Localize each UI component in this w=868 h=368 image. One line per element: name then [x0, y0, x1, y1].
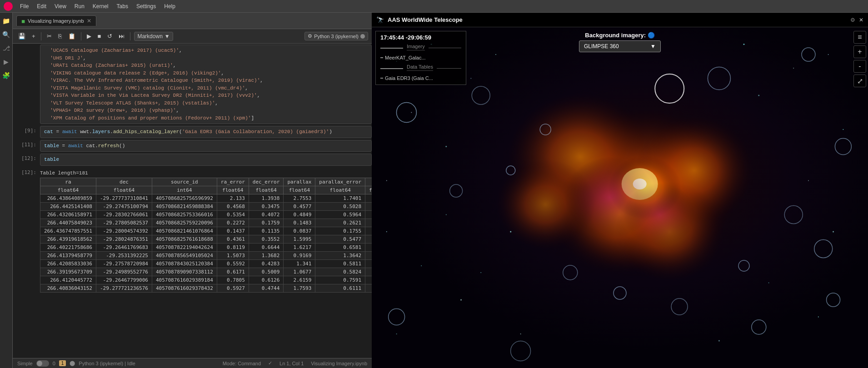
sidebar-git-icon[interactable]: ⎇	[2, 44, 11, 53]
bg-info-icon: 🔵	[648, 32, 655, 39]
table-row: 266.39195673709-29.249895527764057087890…	[40, 268, 372, 276]
wwt-fullscreen-button[interactable]: ⤢	[853, 75, 866, 87]
table-cell: 3.838	[365, 194, 372, 202]
toolbar: 💾 + ✂ ⎘ 📋 ▶ ■ ↺ ⏭ Markdown ▼ ⚙ Python 3 …	[13, 29, 372, 44]
wwt-header: 🔭 AAS WorldWide Telescope ⚙ ✕	[372, 13, 868, 27]
notebook-tab[interactable]: ◼ Visualizing Imagery.ipynb ✕	[16, 15, 96, 26]
menu-run[interactable]: Run	[71, 2, 88, 10]
table-cell: 2.443	[365, 210, 372, 219]
menu-view[interactable]: View	[51, 2, 70, 10]
col-source-id: source_id	[152, 178, 217, 186]
run-button[interactable]: ▶	[85, 32, 93, 40]
wwt-zoom-out-button[interactable]: -	[853, 60, 866, 73]
dtype-pm: float64	[365, 186, 372, 194]
toolbar-separator-2	[81, 32, 81, 40]
table-cell: -29.26467799006	[96, 276, 152, 284]
sidebar-extensions-icon[interactable]: 🧩	[2, 71, 11, 80]
table-cell: -29.27805082537	[96, 219, 152, 227]
menu-file[interactable]: File	[16, 2, 32, 10]
table-cell: 0.4849	[284, 210, 315, 219]
cell-11: [11]: table = await cat.refresh()	[13, 139, 372, 153]
notebook-content[interactable]: 'UCAC5 Catalogue (Zacharias+ 2017) (ucac…	[13, 44, 372, 358]
check-icon: ✓	[268, 360, 272, 366]
wwt-menu-button[interactable]: ≡	[853, 31, 866, 44]
svg-point-29	[768, 283, 769, 283]
dtype-source-id: int64	[152, 186, 217, 194]
paste-button[interactable]: 📋	[66, 32, 77, 40]
sidebar-search-icon[interactable]: 🔍	[2, 30, 11, 39]
table-row: 266.40221758686-29.264617696834057087822…	[40, 243, 372, 251]
status-right: Mode: Command ✓ Ln 1, Col 1 Visualizing …	[223, 360, 367, 366]
table-cell: -29.28024876351	[96, 235, 152, 243]
simple-toggle[interactable]	[36, 360, 49, 367]
fast-forward-button[interactable]: ⏭	[117, 32, 126, 40]
sidebar-run-icon[interactable]: ▶	[2, 57, 11, 66]
table-cell: 1.5995	[284, 235, 315, 243]
table-cell: 0.4744	[249, 284, 284, 292]
table-row: 266.44075849023-29.278050825374057086825…	[40, 219, 372, 227]
code-cell-12: table	[40, 154, 372, 166]
table-cell: 1.341	[284, 259, 315, 268]
kernel-label: Python 3 (ipykernel) | Idle	[79, 361, 135, 366]
notebook-tab-label: Visualizing Imagery.ipynb	[28, 18, 84, 24]
code-cell-catalog: 'UCAC5 Catalogue (Zacharias+ 2017) (ucac…	[40, 45, 372, 124]
sidebar-folder-icon[interactable]: 📁	[2, 16, 11, 25]
file-label: Visualizing Imagery.ipynb	[311, 361, 367, 366]
table-cell: 0.992	[365, 259, 372, 268]
menu-kernel[interactable]: Kernel	[89, 2, 112, 10]
table-cell: 1.5073	[217, 251, 249, 259]
wwt-close-button[interactable]: ✕	[859, 17, 863, 23]
copy-button[interactable]: ⎘	[56, 32, 64, 40]
table-cell: 0.0837	[284, 227, 315, 235]
table-cell: 2.253	[365, 276, 372, 284]
wwt-logo-icon: 🔭	[376, 16, 384, 24]
wwt-settings-icon[interactable]: ⚙	[850, 17, 855, 23]
table-cell: 1.3642	[315, 251, 365, 259]
cell-type-select[interactable]: Markdown ▼	[134, 32, 173, 41]
bg-select-value: GLIMPSE 360	[584, 43, 619, 50]
cell-content-catalog: 'UCAC5 Catalogue (Zacharias+ 2017) (ucac…	[40, 45, 372, 124]
table-row: 266.40836043152-29.277721236576405708761…	[40, 284, 372, 292]
cut-button[interactable]: ✂	[45, 32, 54, 40]
table-cell: 1.7401	[315, 194, 365, 202]
table-cell: 0.1135	[249, 227, 284, 235]
menu-edit[interactable]: Edit	[33, 2, 50, 10]
menu-help[interactable]: Help	[160, 2, 179, 10]
bg-label-text: Background imagery:	[585, 32, 646, 39]
data-tables-line	[437, 68, 461, 69]
table-cell: 6.645	[365, 235, 372, 243]
table-cell: 0.6644	[249, 243, 284, 251]
table-cell: 4057086821461076864	[152, 227, 217, 235]
stop-button[interactable]: ■	[96, 32, 103, 40]
table-cell: 0.4568	[217, 202, 249, 210]
catalog-line-1: 'UCAC5 Catalogue (Zacharias+ 2017) (ucac…	[44, 47, 368, 55]
svg-point-19	[460, 299, 462, 301]
dtype-parallax-error: float64	[315, 186, 365, 194]
catalog-line-10: 'XPM Catalog of positions and proper mot…	[44, 114, 368, 122]
imagery-separator	[380, 48, 403, 49]
cell-content-12-output: Table length=181 ra dec source_id ra_err…	[40, 168, 372, 294]
table-cell: 1.3938	[249, 194, 284, 202]
catalog-line-4: 'VIKING catalogue data release 2 (Edge+,…	[44, 70, 368, 77]
wwt-panel: 🔭 AAS WorldWide Telescope ⚙ ✕	[372, 13, 868, 368]
col-parallax: parallax	[284, 178, 315, 186]
svg-point-35	[446, 214, 447, 215]
svg-point-11	[623, 183, 696, 247]
bg-select-dropdown[interactable]: GLIMPSE 360 ▼	[579, 40, 661, 52]
menu-tabs[interactable]: Tabs	[113, 2, 132, 10]
table-cell: 0.1483	[284, 219, 315, 227]
svg-point-16	[445, 146, 447, 147]
menu-settings[interactable]: Settings	[133, 2, 160, 10]
col-dec-error: dec_error	[249, 178, 284, 186]
table-wrapper[interactable]: ra dec source_id ra_error dec_error para…	[40, 178, 372, 293]
restart-button[interactable]: ↺	[105, 32, 114, 40]
wwt-zoom-in-button[interactable]: +	[853, 45, 866, 58]
table-row: 266.4120445772-29.2646779900640570876160…	[40, 276, 372, 284]
svg-point-20	[396, 333, 397, 334]
tab-close-button[interactable]: ✕	[87, 18, 91, 24]
dtype-dec-error: float64	[249, 186, 284, 194]
add-cell-button[interactable]: +	[30, 32, 37, 40]
menu-bar: File Edit View Run Kernel Tabs Settings …	[0, 0, 868, 13]
save-button[interactable]: 💾	[16, 32, 27, 40]
svg-point-22	[743, 44, 745, 45]
